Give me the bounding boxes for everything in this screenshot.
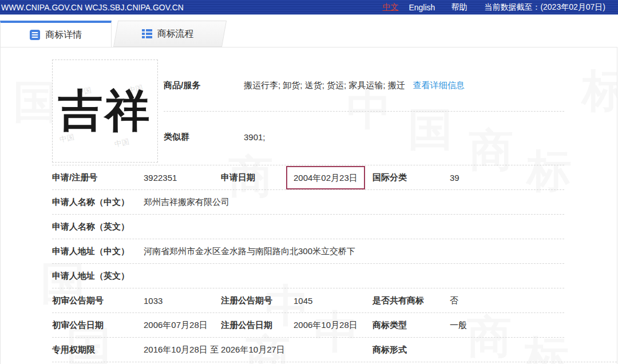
data-cutoff-date: 当前数据截至：(2023年02月07日) (484, 2, 605, 13)
reg-pub-no-label: 注册公告期号 (221, 295, 294, 306)
trademark-summary-fields: 商品/服务 搬运行李; 卸货; 送货; 货运; 家具运输; 搬迁 查看详细信息 … (164, 60, 564, 163)
apply-date-highlight-box: 2004年02月23日 (286, 166, 365, 189)
similar-group-row: 类似群 3901; (164, 111, 564, 163)
reg-no-value: 3922351 (144, 173, 221, 183)
tab-label-process: 商标流程 (157, 28, 194, 40)
applicant-en-label: 申请人名称（英文） (52, 221, 144, 232)
table-row: 专用权期限 2016年10月28日 至 2026年10月27日 商标形式 (52, 337, 564, 362)
reg-pub-date-label: 注册公告日期 (221, 320, 294, 331)
tab-label-detail: 商标详情 (45, 29, 82, 41)
help-link[interactable]: 帮助 (451, 2, 467, 13)
exclusive-period-value: 2016年10月28日 至 2026年10月27日 (144, 345, 373, 355)
address-cn-value: 河南省郑州市金水区金水路与南阳路向北300米立交桥下 (144, 246, 564, 257)
tab-bar: 商标详情 商标流程 (0, 21, 618, 47)
trademark-detail-panel: 国中国商标标商国中中国商商标 吉祥 中国中国中国中国 商品/服务 搬运行李; 卸… (0, 47, 617, 364)
address-cn-label: 申请人地址（中文） (52, 246, 144, 257)
goods-services-label: 商品/服务 (164, 80, 244, 91)
goods-services-value: 搬运行李; 卸货; 送货; 货运; 家具运输; 搬迁 (244, 80, 405, 91)
similar-group-label: 类似群 (164, 132, 244, 143)
first-pub-date-value: 2006年07月28日 (144, 320, 221, 331)
reg-pub-date-value: 2006年10月28日 (294, 320, 373, 331)
table-row: 申请人名称（中文） 郑州吉祥搬家有限公司 (52, 189, 564, 214)
applicant-cn-value: 郑州吉祥搬家有限公司 (144, 197, 564, 208)
table-row: 申请人地址（英文） (52, 263, 564, 288)
first-pub-date-label: 初审公告日期 (52, 320, 144, 331)
trademark-image: 吉祥 中国中国中国中国 (52, 60, 158, 163)
trademark-summary-section: 吉祥 中国中国中国中国 商品/服务 搬运行李; 卸货; 送货; 货运; 家具运输… (1, 48, 617, 165)
view-details-link[interactable]: 查看详细信息 (413, 80, 465, 91)
table-row: 申请人名称（英文） (52, 214, 564, 239)
tab-trademark-detail[interactable]: 商标详情 (0, 21, 112, 47)
tm-type-value: 一般 (450, 320, 564, 331)
table-row: 申请/注册号 3922351 申请日期 2004年02月23日 国际分类 39 (52, 165, 564, 189)
intl-class-value: 39 (450, 173, 564, 183)
topbar-links: 中文 English 帮助 当前数据截至：(2023年02月07日) (382, 2, 605, 13)
lang-english-link[interactable]: English (409, 3, 435, 12)
table-row: 申请人地址（中文） 河南省郑州市金水区金水路与南阳路向北300米立交桥下 (52, 239, 564, 263)
table-row: 初审公告期号 1033 注册公告期号 1045 是否共有商标 否 (52, 288, 564, 312)
exclusive-period-label: 专用权期限 (52, 345, 144, 355)
flow-list-icon (142, 29, 152, 39)
applicant-cn-label: 申请人名称（中文） (52, 197, 144, 208)
first-pub-no-label: 初审公告期号 (52, 295, 144, 306)
reg-pub-no-value: 1045 (294, 296, 373, 306)
similar-group-value: 3901; (244, 132, 266, 142)
is-shared-label: 是否共有商标 (373, 295, 450, 306)
apply-date-label: 申请日期 (221, 172, 294, 183)
trademark-image-text: 吉祥 (58, 81, 152, 141)
site-urls: WWW.CNIPA.GOV.CN WCJS.SBJ.CNIPA.GOV.CN (1, 3, 184, 12)
reg-no-label: 申请/注册号 (52, 172, 144, 183)
detail-rows: 申请/注册号 3922351 申请日期 2004年02月23日 国际分类 39 … (52, 165, 564, 362)
table-bottom-divider (52, 362, 617, 362)
goods-services-row: 商品/服务 搬运行李; 卸货; 送货; 货运; 家具运输; 搬迁 查看详细信息 (164, 60, 564, 111)
tm-type-label: 商标类型 (373, 320, 450, 331)
first-pub-no-value: 1033 (144, 296, 221, 306)
table-row: 初审公告日期 2006年07月28日 注册公告日期 2006年10月28日 商标… (52, 312, 564, 337)
tm-form-label: 商标形式 (373, 345, 450, 355)
detail-list-icon (30, 30, 40, 40)
lang-chinese-link[interactable]: 中文 (382, 2, 398, 13)
is-shared-value: 否 (450, 295, 564, 306)
top-bar: WWW.CNIPA.GOV.CN WCJS.SBJ.CNIPA.GOV.CN 中… (0, 0, 618, 15)
intl-class-label: 国际分类 (373, 172, 450, 183)
address-en-label: 申请人地址（英文） (52, 271, 144, 282)
tab-trademark-process[interactable]: 商标流程 (113, 21, 222, 47)
apply-date-value: 2004年02月23日 (294, 166, 373, 189)
